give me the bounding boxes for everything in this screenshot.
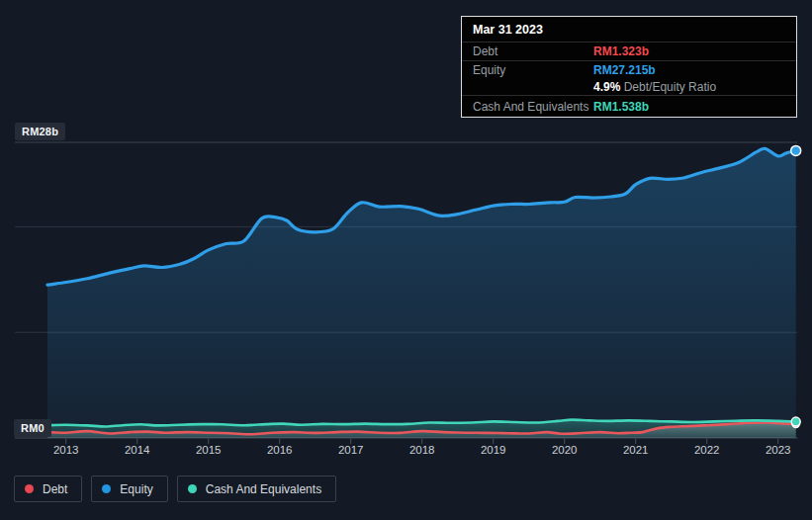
tooltip-equity-label: Equity xyxy=(473,63,593,77)
tooltip-ratio-value: 4.9% xyxy=(593,80,620,94)
legend-item-debt-label: Debt xyxy=(43,482,67,496)
tooltip-ratio-row: 4.9% Debt/Equity Ratio xyxy=(462,79,796,95)
tooltip-debt-label: Debt xyxy=(473,44,593,58)
tooltip-cash-label: Cash And Equivalents xyxy=(473,100,593,114)
equity-legend-dot-icon xyxy=(102,484,111,493)
chart-series xyxy=(47,148,796,438)
tooltip-equity-row: Equity RM27.215b xyxy=(462,61,796,79)
x-axis-label-2016: 2016 xyxy=(267,444,293,456)
tooltip-date: Mar 31 2023 xyxy=(462,17,796,42)
cash-legend-dot-icon xyxy=(188,484,197,493)
x-axis-label-2019: 2019 xyxy=(481,444,506,456)
x-axis-labels: 2013201420152016201720182019202020212022… xyxy=(0,444,812,460)
legend-item-equity[interactable]: Equity xyxy=(91,476,167,502)
x-axis-label-2014: 2014 xyxy=(125,444,150,456)
legend-item-cash[interactable]: Cash And Equivalents xyxy=(177,476,336,502)
debt-legend-dot-icon xyxy=(25,484,34,493)
x-axis-label-2013: 2013 xyxy=(53,444,79,456)
tooltip-ratio-label: Debt/Equity Ratio xyxy=(624,80,716,94)
x-axis-label-2017: 2017 xyxy=(338,444,364,456)
legend-item-equity-label: Equity xyxy=(120,482,152,496)
x-axis-label-2020: 2020 xyxy=(552,444,578,456)
x-axis-label-2015: 2015 xyxy=(196,444,222,456)
debt-equity-history-panel: RM28b RM0 201320142015201620172018201920… xyxy=(0,0,812,520)
x-axis-label-2022: 2022 xyxy=(694,444,720,456)
tooltip-cash-row: Cash And Equivalents RM1.538b xyxy=(462,96,796,117)
legend-item-cash-label: Cash And Equivalents xyxy=(206,482,321,496)
y-axis-zero-label: RM0 xyxy=(14,419,51,437)
x-axis-label-2023: 2023 xyxy=(766,444,791,456)
chart-legend: Debt Equity Cash And Equivalents xyxy=(14,476,336,502)
y-axis-max-label: RM28b xyxy=(15,123,65,140)
tooltip-equity-value: RM27.215b xyxy=(593,63,656,77)
chart-tooltip: Mar 31 2023 Debt RM1.323b Equity RM27.21… xyxy=(461,16,797,118)
tooltip-debt-value: RM1.323b xyxy=(593,44,649,58)
x-axis-label-2018: 2018 xyxy=(409,444,435,456)
tooltip-cash-value: RM1.538b xyxy=(593,100,649,114)
tooltip-debt-row: Debt RM1.323b xyxy=(462,43,796,60)
legend-item-debt[interactable]: Debt xyxy=(14,476,82,502)
x-axis-label-2021: 2021 xyxy=(623,444,649,456)
